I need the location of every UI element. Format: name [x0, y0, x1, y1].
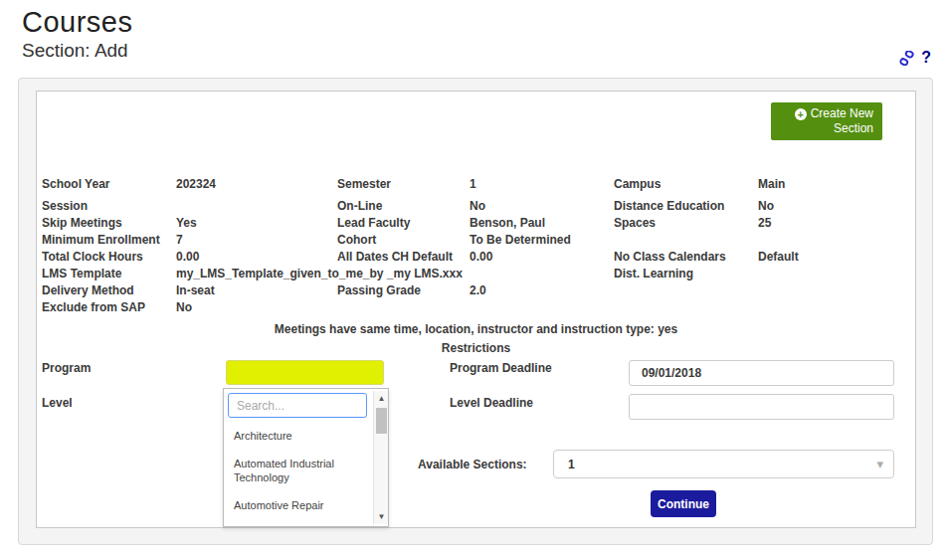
level-label: Level	[42, 396, 73, 410]
info-row: School Year 202324 Semester 1 Campus Mai…	[42, 176, 910, 193]
level-option[interactable]: Aviation Maintenance	[224, 519, 373, 527]
field-value: Main	[758, 176, 910, 193]
restrictions-title: Restrictions	[37, 341, 915, 355]
info-row: Exclude from SAP No	[42, 299, 910, 316]
field-label: Campus	[614, 176, 758, 193]
page-title: Courses	[22, 6, 133, 39]
field-value: my_LMS_Template_given_to_me_by _my LMS.x…	[176, 266, 614, 282]
field-label: No Class Calendars	[614, 249, 758, 266]
field-label: On-Line	[337, 198, 470, 215]
level-dropdown: Architecture Automated Industrial Techno…	[223, 388, 389, 527]
page-subtitle: Section: Add	[22, 40, 128, 62]
field-value: No	[470, 198, 614, 215]
level-option[interactable]: Automotive Repair	[224, 491, 373, 519]
scroll-down-icon[interactable]: ▼	[374, 509, 389, 524]
level-deadline-input[interactable]	[629, 394, 894, 420]
program-deadline-input[interactable]	[629, 360, 894, 386]
field-label: Distance Education	[614, 198, 758, 215]
level-option-list: Architecture Automated Industrial Techno…	[224, 422, 373, 526]
field-label: Spaces	[614, 215, 758, 232]
field-label: Exclude from SAP	[42, 299, 176, 316]
create-button-label-line2: Section	[834, 121, 873, 135]
field-value: Default	[758, 249, 910, 266]
available-sections-select[interactable]: 1 ▾	[553, 450, 894, 478]
field-value: 202324	[176, 176, 337, 193]
field-label: LMS Template	[42, 266, 176, 282]
plus-circle-icon: +	[795, 108, 807, 120]
scrollbar-thumb[interactable]	[376, 408, 387, 434]
field-value: Yes	[176, 215, 337, 232]
field-value: No	[758, 198, 910, 215]
field-label: Total Clock Hours	[42, 249, 176, 266]
field-value: To Be Determined	[470, 232, 614, 249]
field-label: Semester	[337, 176, 470, 193]
header-icons: ?	[899, 50, 931, 66]
info-row: Delivery Method In-seat Passing Grade 2.…	[42, 282, 910, 299]
meetings-note: Meetings have same time, location, instr…	[37, 322, 915, 336]
program-label: Program	[42, 361, 91, 375]
field-label: Session	[42, 198, 176, 215]
info-row: Skip Meetings Yes Lead Faculty Benson, P…	[42, 215, 910, 232]
continue-button[interactable]: Continue	[651, 490, 716, 517]
link-icon[interactable]	[899, 51, 914, 66]
field-value: No	[176, 299, 337, 316]
help-icon[interactable]: ?	[921, 50, 931, 66]
level-deadline-label: Level Deadline	[450, 396, 533, 410]
field-label: School Year	[42, 176, 176, 193]
field-value: Benson, Paul	[470, 215, 614, 232]
info-row: LMS Template my_LMS_Template_given_to_me…	[42, 266, 910, 282]
scroll-up-icon[interactable]: ▲	[374, 391, 389, 406]
field-label: Delivery Method	[42, 282, 176, 299]
section-add-form-panel: +Create New Section School Year 202324 S…	[36, 91, 916, 528]
field-label: Lead Faculty	[337, 215, 470, 232]
available-sections-value: 1	[568, 458, 575, 471]
course-info-grid: School Year 202324 Semester 1 Campus Mai…	[42, 176, 910, 316]
field-value: 0.00	[176, 249, 337, 266]
info-row: Minimum Enrollment 7 Cohort To Be Determ…	[42, 232, 910, 249]
program-deadline-label: Program Deadline	[450, 361, 552, 375]
field-label: Skip Meetings	[42, 215, 176, 232]
info-row: Session On-Line No Distance Education No	[42, 198, 910, 215]
level-option[interactable]: Automated Industrial Technology	[224, 450, 373, 491]
chevron-down-icon: ▾	[876, 457, 883, 471]
level-search-input[interactable]	[228, 393, 367, 418]
field-value: In-seat	[176, 282, 337, 299]
field-value: 0.00	[470, 249, 614, 266]
field-label: Passing Grade	[337, 282, 470, 299]
program-input[interactable]	[226, 360, 384, 385]
field-value: 25	[758, 215, 910, 232]
field-label: Minimum Enrollment	[42, 232, 176, 249]
create-new-section-button[interactable]: +Create New Section	[771, 102, 882, 140]
field-label: Cohort	[337, 232, 470, 249]
info-row: Total Clock Hours 0.00 All Dates CH Defa…	[42, 249, 910, 266]
field-value: 7	[176, 232, 337, 249]
field-value	[758, 266, 910, 282]
field-value	[176, 198, 337, 215]
section-add-outer-panel: +Create New Section School Year 202324 S…	[18, 78, 933, 545]
dropdown-scrollbar[interactable]: ▲ ▼	[373, 391, 388, 524]
field-label: Dist. Learning	[614, 266, 758, 282]
create-button-label-line1: Create New	[811, 106, 873, 120]
field-value: 2.0	[470, 282, 614, 299]
level-option[interactable]: Architecture	[224, 422, 373, 450]
field-label: All Dates CH Default	[337, 249, 470, 266]
field-value: 1	[470, 176, 614, 193]
available-sections-label: Available Sections:	[418, 458, 527, 471]
